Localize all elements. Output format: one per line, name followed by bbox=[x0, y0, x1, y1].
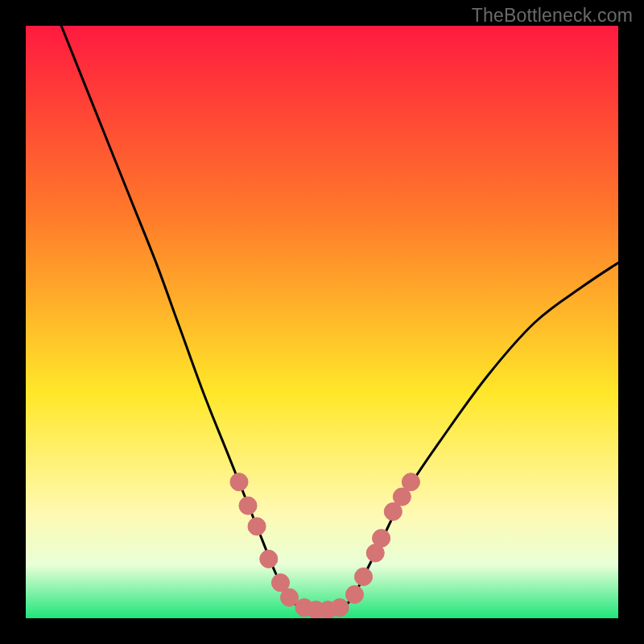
watermark-text: TheBottleneck.com bbox=[472, 5, 633, 27]
data-marker bbox=[248, 518, 266, 535]
data-marker bbox=[239, 497, 257, 514]
bottleneck-curve-chart bbox=[26, 26, 618, 618]
data-marker bbox=[373, 530, 390, 547]
gradient-background bbox=[26, 26, 618, 618]
data-marker bbox=[331, 599, 349, 617]
plot-area bbox=[26, 26, 618, 618]
data-marker bbox=[402, 473, 419, 491]
data-marker bbox=[345, 586, 363, 604]
data-marker bbox=[260, 550, 278, 568]
data-marker bbox=[280, 588, 298, 606]
data-marker bbox=[354, 568, 372, 585]
data-marker bbox=[230, 473, 248, 491]
chart-frame: TheBottleneck.com bbox=[0, 0, 644, 644]
